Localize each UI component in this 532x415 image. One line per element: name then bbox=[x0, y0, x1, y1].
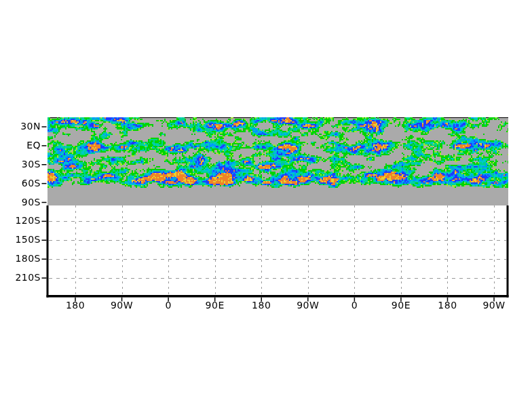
heatmap-plot-canvas bbox=[0, 0, 532, 415]
x-axis-tick-label: 0 bbox=[330, 300, 379, 311]
y-axis-tick-label: 180S bbox=[0, 254, 41, 264]
x-axis-tick-label: 180 bbox=[423, 300, 472, 311]
x-axis-tick-label: 90W bbox=[98, 300, 147, 311]
x-axis-tick-label: 90E bbox=[191, 300, 240, 311]
grads-plot-figure: 30NEQ30S60S90S120S150S180S210S18090W090E… bbox=[0, 0, 532, 415]
y-axis-tick-label: 30N bbox=[0, 121, 41, 132]
y-axis-tick-label: 90S bbox=[0, 197, 41, 208]
y-axis-tick-label: 30S bbox=[0, 159, 41, 170]
y-axis-tick-label: 120S bbox=[0, 216, 41, 226]
x-axis-tick-label: 180 bbox=[51, 300, 100, 311]
x-axis-tick-label: 180 bbox=[237, 300, 286, 311]
y-axis-tick-label: 150S bbox=[0, 235, 41, 245]
x-axis-tick-label: 90W bbox=[284, 300, 332, 311]
x-axis-tick-label: 90E bbox=[377, 300, 425, 311]
y-axis-tick-label: 210S bbox=[0, 273, 41, 283]
x-axis-tick-label: 90W bbox=[470, 300, 518, 311]
y-axis-tick-label: EQ bbox=[0, 140, 41, 151]
x-axis-tick-label: 0 bbox=[144, 300, 193, 311]
y-axis-tick-label: 60S bbox=[0, 178, 41, 189]
